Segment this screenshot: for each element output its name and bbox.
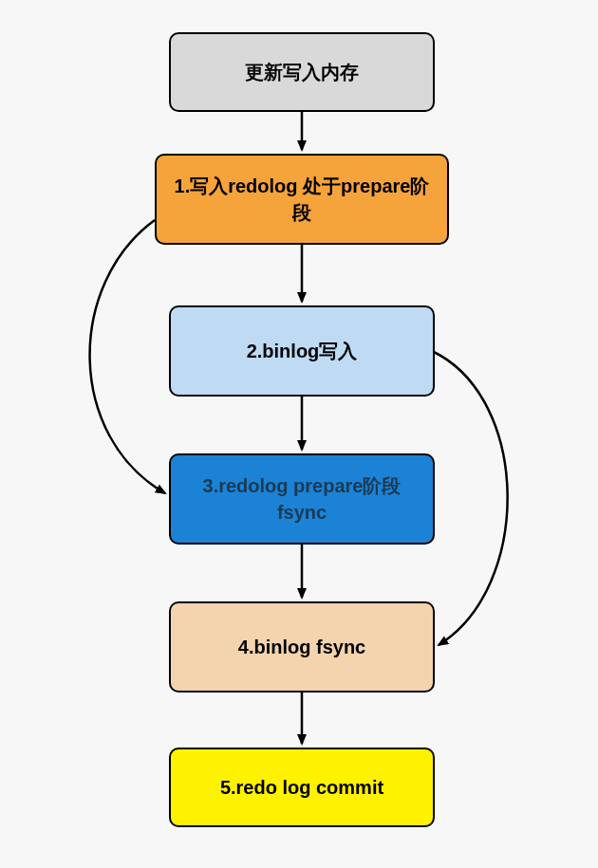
node-label: 更新写入内存 bbox=[245, 59, 359, 85]
node-binlog-write: 2.binlog写入 bbox=[169, 305, 435, 397]
node-label: 1.写入redolog 处于prepare阶段 bbox=[170, 173, 434, 226]
node-label: 2.binlog写入 bbox=[247, 338, 358, 364]
flowchart-canvas: 更新写入内存 1.写入redolog 处于prepare阶段 2.binlog写… bbox=[0, 0, 598, 868]
node-label: 4.binlog fsync bbox=[238, 634, 365, 660]
node-redolog-prepare-write: 1.写入redolog 处于prepare阶段 bbox=[155, 154, 449, 245]
node-memory-write: 更新写入内存 bbox=[169, 32, 435, 112]
node-redolog-commit: 5.redo log commit bbox=[169, 748, 435, 827]
node-label: 3.redolog prepare阶段fsync bbox=[184, 472, 420, 526]
node-label: 5.redo log commit bbox=[220, 774, 383, 801]
node-binlog-fsync: 4.binlog fsync bbox=[169, 601, 435, 693]
node-redolog-prepare-fsync: 3.redolog prepare阶段fsync bbox=[169, 453, 435, 545]
arrows-layer bbox=[0, 0, 598, 868]
